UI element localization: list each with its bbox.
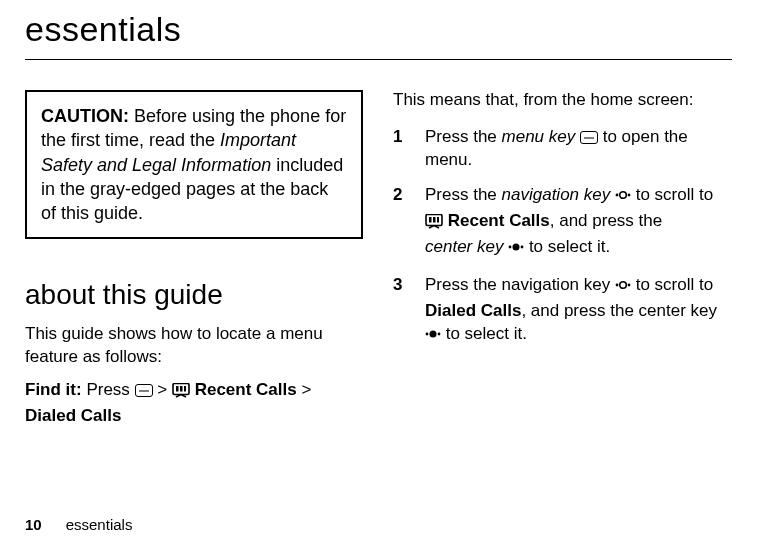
txt-italic: center key (425, 237, 508, 256)
intro-text: This guide shows how to locate a menu fe… (25, 323, 363, 369)
item-text: Press the navigation key to scroll to Re… (425, 184, 731, 262)
navigation-key-icon (615, 277, 631, 300)
txt-italic: menu key (502, 127, 580, 146)
item-text: Press the menu key to open the menu. (425, 126, 731, 172)
txt: Press the (425, 127, 502, 146)
txt: Press the (425, 185, 502, 204)
page-footer: 10essentials (25, 516, 132, 533)
txt: to select it. (524, 237, 610, 256)
svg-rect-9 (433, 217, 436, 223)
item-number: 2 (393, 184, 425, 262)
svg-point-17 (430, 330, 437, 337)
txt: , and press the center key (521, 301, 717, 320)
svg-point-5 (616, 193, 619, 196)
svg-point-19 (438, 332, 441, 335)
svg-rect-8 (429, 217, 432, 223)
txt: Press the navigation key (425, 275, 615, 294)
item-number: 1 (393, 126, 425, 172)
page-title: essentials (25, 10, 732, 49)
svg-point-14 (620, 281, 627, 288)
item-text: Press the navigation key to scroll to Di… (425, 274, 731, 349)
menu-key-icon (580, 131, 598, 144)
svg-rect-3 (184, 386, 186, 392)
svg-point-16 (628, 283, 631, 286)
title-rule (25, 59, 732, 60)
txt-bold: Recent Calls (443, 211, 550, 230)
subheading-about: about this guide (25, 279, 363, 311)
findit-dialed-calls: Dialed Calls (25, 406, 121, 425)
svg-point-11 (513, 243, 520, 250)
txt: to scroll to (631, 185, 713, 204)
right-intro: This means that, from the home screen: (393, 90, 731, 110)
svg-rect-1 (176, 386, 179, 392)
numbered-list: 1 Press the menu key to open the menu. 2… (393, 126, 731, 349)
findit-sep1: > (153, 380, 172, 399)
recent-calls-icon (172, 382, 190, 405)
svg-point-6 (628, 193, 631, 196)
right-column: This means that, from the home screen: 1… (393, 90, 731, 428)
svg-point-15 (616, 283, 619, 286)
svg-point-4 (620, 192, 627, 199)
svg-point-18 (426, 332, 429, 335)
list-item: 1 Press the menu key to open the menu. (393, 126, 731, 172)
svg-point-12 (509, 245, 512, 248)
list-item: 3 Press the navigation key to scroll to … (393, 274, 731, 349)
findit-label: Find it: (25, 380, 82, 399)
menu-key-icon (135, 384, 153, 397)
caution-box: CAUTION: Before using the phone for the … (25, 90, 363, 239)
center-key-icon (508, 239, 524, 262)
txt: , and press the (550, 211, 662, 230)
item-number: 3 (393, 274, 425, 349)
findit-press: Press (82, 380, 135, 399)
findit-sep2: > (297, 380, 312, 399)
txt-italic: navigation key (502, 185, 615, 204)
findit-line: Find it: Press > Recent Calls > Dialed C… (25, 379, 363, 428)
list-item: 2 Press the navigation key to scroll to … (393, 184, 731, 262)
txt: to scroll to (631, 275, 713, 294)
txt: to select it. (441, 324, 527, 343)
navigation-key-icon (615, 187, 631, 210)
svg-rect-10 (437, 217, 439, 223)
svg-rect-2 (180, 386, 183, 392)
center-key-icon (425, 326, 441, 349)
page-number: 10 (25, 516, 42, 533)
left-column: CAUTION: Before using the phone for the … (25, 90, 363, 428)
caution-label: CAUTION: (41, 106, 129, 126)
findit-recent-calls: Recent Calls (190, 380, 297, 399)
recent-calls-icon (425, 213, 443, 236)
footer-section: essentials (66, 516, 133, 533)
content-columns: CAUTION: Before using the phone for the … (25, 90, 732, 428)
txt-bold: Dialed Calls (425, 301, 521, 320)
